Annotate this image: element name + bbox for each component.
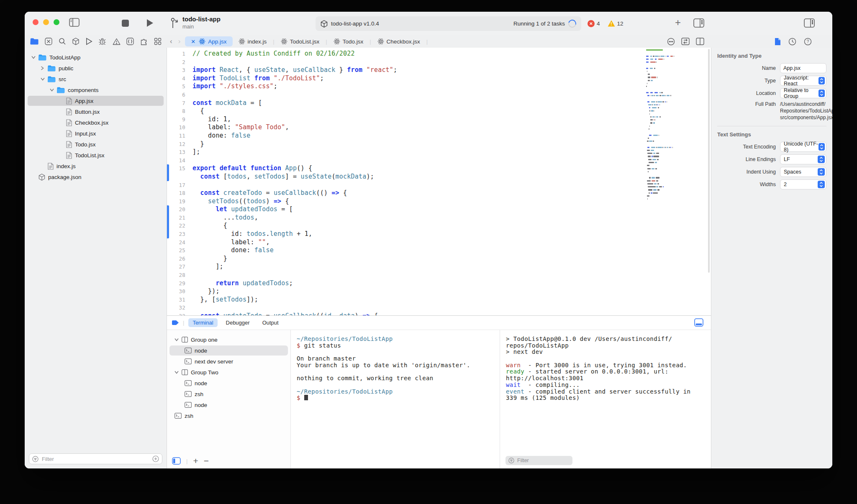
editor-tab-TodoList.jsx[interactable]: TodoList.jsx bbox=[275, 36, 326, 46]
terminal-pane-1[interactable]: ~/Repositories/TodoListApp$ git status O… bbox=[290, 330, 500, 468]
encoding-select[interactable]: Unicode (UTF-8) bbox=[780, 142, 826, 152]
code-line[interactable]: 12 } bbox=[167, 140, 711, 148]
terminal-session-item[interactable]: Group one bbox=[167, 334, 290, 345]
file-tree-item[interactable]: App.jsx bbox=[25, 95, 167, 106]
code-line[interactable]: 30 }); bbox=[167, 287, 711, 296]
code-line[interactable]: 33 const updateTodo = useCallback((id, d… bbox=[167, 312, 711, 315]
history-forward-button[interactable]: › bbox=[175, 37, 184, 46]
code-line[interactable]: 4import TodoList from "./TodoList"; bbox=[167, 74, 711, 83]
type-select[interactable]: Javascript: React bbox=[780, 76, 826, 86]
toggle-utility-panel-icon[interactable] bbox=[693, 18, 704, 28]
extensions-navigator-icon[interactable] bbox=[140, 38, 148, 45]
code-line[interactable]: 7const mockData = [ bbox=[167, 99, 711, 107]
add-terminal-button[interactable]: + bbox=[193, 457, 198, 465]
code-line[interactable]: 18 const createTodo = useCallback(() => … bbox=[167, 189, 711, 197]
terminal-session-item[interactable]: next dev server bbox=[167, 356, 290, 367]
stop-task-button[interactable] bbox=[122, 20, 129, 27]
file-inspector-icon[interactable] bbox=[775, 38, 781, 46]
symbols-navigator-icon[interactable] bbox=[126, 38, 134, 45]
file-tree-item[interactable]: Todo.jsx bbox=[25, 139, 167, 150]
history-inspector-icon[interactable] bbox=[788, 38, 796, 46]
code-line[interactable]: 5import "./styles.css"; bbox=[167, 82, 711, 91]
split-editor-icon[interactable] bbox=[696, 38, 704, 45]
file-tree-item[interactable]: src bbox=[25, 74, 167, 84]
code-line[interactable]: 1// Created by Austin Condiff on 02/16/2… bbox=[167, 50, 711, 58]
filter-add-icon[interactable] bbox=[152, 455, 159, 462]
disclosure-chevron-icon[interactable] bbox=[31, 56, 36, 59]
tab-terminal[interactable]: Terminal bbox=[188, 318, 217, 327]
toggle-right-sidebar-icon[interactable] bbox=[804, 18, 815, 28]
minimize-window-button[interactable] bbox=[43, 19, 49, 25]
code-line[interactable]: 15export default function App() { bbox=[167, 164, 711, 173]
file-tree-item[interactable]: Input.jsx bbox=[25, 128, 167, 139]
editor-tab-index.js[interactable]: index.js bbox=[233, 36, 273, 46]
code-line[interactable]: 29 return updatedTodos; bbox=[167, 279, 711, 288]
code-line[interactable]: 3import React, { useState, useCallback }… bbox=[167, 66, 711, 74]
code-line[interactable]: 14 bbox=[167, 156, 711, 165]
file-tree-item[interactable]: components bbox=[25, 84, 167, 95]
terminal-session-item[interactable]: zsh bbox=[167, 389, 290, 399]
run-button[interactable] bbox=[146, 19, 154, 27]
code-line[interactable]: 28 bbox=[167, 271, 711, 279]
code-line[interactable]: 24 label: "", bbox=[167, 238, 711, 247]
code-line[interactable]: 21 ...todos, bbox=[167, 214, 711, 222]
file-tree-item[interactable]: TodoListApp bbox=[25, 52, 167, 63]
code-line[interactable]: 2 bbox=[167, 58, 711, 67]
code-line[interactable]: 8 { bbox=[167, 107, 711, 115]
file-tree-item[interactable]: TodoList.jsx bbox=[25, 150, 167, 161]
tab-debugger[interactable]: Debugger bbox=[222, 318, 254, 327]
terminal-session-item[interactable]: Group Two bbox=[167, 367, 290, 378]
code-line[interactable]: 22 { bbox=[167, 222, 711, 230]
name-field[interactable]: App.jsx bbox=[780, 63, 826, 73]
code-line[interactable]: 31 }, [setTodos]); bbox=[167, 296, 711, 304]
lineendings-select[interactable]: LF bbox=[780, 154, 826, 164]
terminal-session-item[interactable]: node bbox=[167, 378, 290, 389]
disclosure-chevron-icon[interactable] bbox=[50, 88, 54, 92]
more-options-icon[interactable] bbox=[667, 38, 675, 46]
file-tree-item[interactable]: Button.jsx bbox=[25, 106, 167, 117]
toggle-left-sidebar-icon[interactable] bbox=[69, 18, 80, 27]
editor-tab-App.jsx[interactable]: ✕App.jsx bbox=[185, 36, 232, 46]
toggle-terminal-sidebar-icon[interactable] bbox=[172, 457, 181, 465]
disclosure-chevron-icon[interactable] bbox=[174, 371, 179, 374]
disclosure-chevron-icon[interactable] bbox=[41, 77, 45, 81]
tab-output[interactable]: Output bbox=[258, 318, 283, 327]
code-line[interactable]: 17 bbox=[167, 181, 711, 189]
code-line[interactable]: 6 bbox=[167, 91, 711, 99]
warning-badge[interactable]: ! 12 bbox=[608, 20, 624, 27]
run-navigator-icon[interactable] bbox=[86, 38, 92, 45]
code-line[interactable]: 19 setTodos((todos) => { bbox=[167, 197, 711, 206]
file-tree-item[interactable]: package.json bbox=[25, 171, 167, 182]
code-line[interactable]: 9 id: 1, bbox=[167, 115, 711, 124]
activity-status-bar[interactable]: todo-list-app v1.0.4 Running 1 of 2 task… bbox=[316, 16, 581, 31]
code-line[interactable]: 26 } bbox=[167, 255, 711, 263]
disclosure-chevron-icon[interactable] bbox=[174, 338, 179, 341]
issues-navigator-icon[interactable] bbox=[113, 38, 121, 45]
terminal-pane-2[interactable]: > TodoListApp@0.1.0 dev /Users/austincon… bbox=[500, 330, 711, 468]
help-inspector-icon[interactable]: ? bbox=[804, 38, 812, 46]
package-navigator-icon[interactable] bbox=[72, 38, 80, 45]
editor-tab-Todo.jsx[interactable]: Todo.jsx bbox=[328, 36, 369, 46]
code-editor[interactable]: 1// Created by Austin Condiff on 02/16/2… bbox=[167, 48, 711, 315]
close-window-button[interactable] bbox=[33, 19, 38, 25]
file-tree-item[interactable]: public bbox=[25, 63, 167, 74]
disclosure-chevron-icon[interactable] bbox=[41, 66, 45, 70]
editor-scrollbar[interactable] bbox=[708, 49, 710, 273]
code-line[interactable]: 20 let updatedTodos = [ bbox=[167, 205, 711, 214]
swap-editor-icon[interactable] bbox=[681, 38, 690, 45]
toggle-bottom-panel-icon[interactable] bbox=[694, 318, 703, 327]
location-select[interactable]: Relative to Group bbox=[780, 88, 826, 98]
widths-select[interactable]: 2 bbox=[780, 179, 826, 189]
editor-tab-Checkbox.jsx[interactable]: Checkbox.jsx bbox=[372, 36, 426, 46]
terminal-session-item[interactable]: node bbox=[167, 399, 290, 410]
close-tab-icon[interactable]: ✕ bbox=[191, 38, 195, 45]
code-line[interactable]: 10 label: "Sample Todo", bbox=[167, 123, 711, 132]
error-badge[interactable]: ✕ 4 bbox=[588, 20, 600, 27]
code-line[interactable]: const [todos, setTodos] = useState(mockD… bbox=[167, 173, 711, 181]
file-tree-item[interactable]: Checkbox.jsx bbox=[25, 117, 167, 128]
search-navigator-icon[interactable] bbox=[59, 38, 66, 45]
remove-terminal-button[interactable]: − bbox=[204, 457, 209, 465]
code-line[interactable]: 25 done: false bbox=[167, 246, 711, 255]
file-tree-item[interactable]: index.js bbox=[25, 161, 167, 171]
zoom-window-button[interactable] bbox=[54, 19, 59, 25]
